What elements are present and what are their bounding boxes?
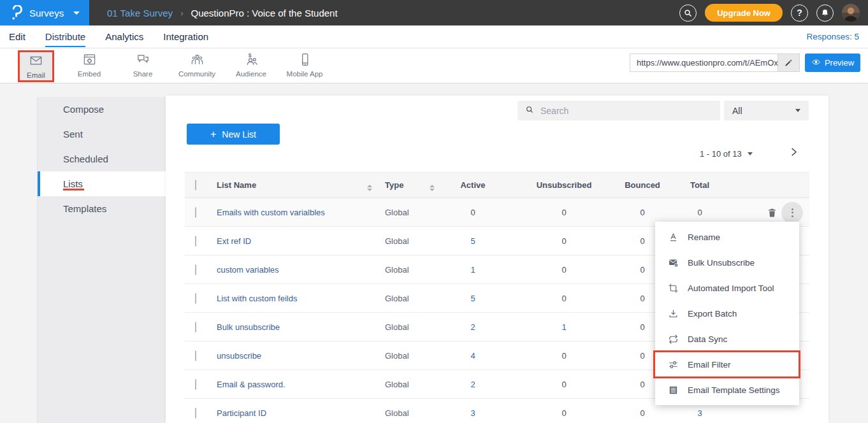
pencil-icon[interactable] xyxy=(778,54,799,71)
chevron-right-icon[interactable] xyxy=(788,147,804,162)
row-checkbox[interactable] xyxy=(195,236,196,247)
active-count[interactable]: 3 xyxy=(442,408,503,418)
tab-edit[interactable]: Edit xyxy=(9,31,25,42)
bounced-count: 0 xyxy=(625,208,660,217)
audience-icon: $ xyxy=(243,58,259,69)
menu-item-rename[interactable]: Rename xyxy=(655,224,799,250)
breadcrumb-survey-link[interactable]: 01 Take Survey xyxy=(107,8,173,18)
list-name-link[interactable]: unsubscribe xyxy=(210,351,357,361)
bell-icon[interactable] xyxy=(816,4,834,22)
tab-integration[interactable]: Integration xyxy=(163,31,208,42)
tab-distribute[interactable]: Distribute xyxy=(45,31,85,42)
list-filter-dropdown[interactable]: All xyxy=(724,101,809,120)
row-checkbox[interactable] xyxy=(195,207,196,218)
help-button[interactable]: ? xyxy=(791,4,808,22)
row-checkbox[interactable] xyxy=(195,350,196,361)
svg-text:$: $ xyxy=(248,52,251,59)
row-checkbox[interactable] xyxy=(195,264,196,275)
row-checkbox[interactable] xyxy=(195,379,196,390)
menu-item-automated-import-tool[interactable]: Automated Import Tool xyxy=(655,275,799,301)
menu-item-export-batch[interactable]: Export Batch xyxy=(655,301,799,326)
unsubscribed-count: 0 xyxy=(503,294,625,303)
row-checkbox[interactable] xyxy=(195,293,196,304)
surveys-product-switcher[interactable]: Surveys xyxy=(0,0,89,25)
menu-item-label: Bulk Unsubscribe xyxy=(688,258,755,268)
search-icon[interactable] xyxy=(679,4,697,22)
channel-label: Embed xyxy=(67,70,112,78)
sidebar-item-templates[interactable]: Templates xyxy=(38,196,166,221)
sort-column xyxy=(422,180,442,191)
survey-url-text[interactable]: https://www.questionpro.com/t/AEmOx2 xyxy=(630,54,778,71)
active-count[interactable]: 2 xyxy=(442,322,503,332)
channel-label: Share xyxy=(120,70,165,78)
total-count[interactable]: 3 xyxy=(660,408,739,418)
list-name-link[interactable]: Email & password. xyxy=(210,380,357,389)
channel-share[interactable]: Share xyxy=(120,52,165,78)
column-header-bounced: Bounced xyxy=(625,180,660,190)
user-avatar[interactable] xyxy=(842,4,860,22)
channel-audience[interactable]: $Audience xyxy=(229,52,273,78)
select-all-checkbox xyxy=(185,180,210,190)
menu-item-label: Automated Import Tool xyxy=(688,283,774,293)
kebab-menu-icon[interactable] xyxy=(781,202,803,224)
active-count[interactable]: 1 xyxy=(442,265,503,275)
mobile-app-icon xyxy=(297,58,313,69)
checkbox[interactable] xyxy=(195,180,196,190)
list-name-link[interactable]: List with custom feilds xyxy=(210,294,357,303)
menu-item-data-sync[interactable]: Data Sync xyxy=(655,326,799,352)
active-count[interactable]: 5 xyxy=(442,294,503,303)
menu-item-bulk-unsubscribe[interactable]: Bulk Unsubscribe xyxy=(655,250,799,275)
channel-mobile-app[interactable]: Mobile App xyxy=(282,52,327,78)
responses-count-link[interactable]: Responses: 5 xyxy=(806,32,859,41)
pagination[interactable]: 1 - 10 of 13 xyxy=(700,149,753,159)
community-icon xyxy=(189,58,205,69)
channel-community[interactable]: Community xyxy=(175,52,219,78)
unsubscribed-count[interactable]: 1 xyxy=(503,322,625,332)
list-type: Global xyxy=(382,208,422,217)
chevron-down-icon xyxy=(748,152,753,155)
active-count[interactable]: 4 xyxy=(442,351,503,361)
unsubscribed-count: 0 xyxy=(503,208,625,217)
bounced-count: 0 xyxy=(625,408,660,418)
topbar-actions: Upgrade Now ? xyxy=(679,4,868,22)
menu-item-email-filter[interactable]: Email Filter xyxy=(655,352,799,377)
column-header-list-name: List Name xyxy=(210,180,357,190)
list-name-link[interactable]: Bulk unsubscribe xyxy=(210,322,357,332)
email-sidebar: ComposeSentScheduledListsTemplates xyxy=(37,97,166,423)
new-list-button[interactable]: + New List xyxy=(187,124,280,145)
preview-button[interactable]: Preview xyxy=(805,54,860,72)
chevron-down-icon xyxy=(73,11,80,15)
active-count[interactable]: 2 xyxy=(442,380,503,389)
menu-item-email-template-settings[interactable]: Email Template Settings xyxy=(655,377,799,403)
sidebar-item-scheduled[interactable]: Scheduled xyxy=(38,147,166,171)
list-type: Global xyxy=(382,294,422,303)
channel-embed[interactable]: Embed xyxy=(67,52,112,78)
menu-item-label: Export Batch xyxy=(688,309,737,319)
active-count[interactable]: 5 xyxy=(442,236,503,246)
list-name-link[interactable]: Participant ID xyxy=(210,408,357,418)
survey-url-field[interactable]: https://www.questionpro.com/t/AEmOx2 xyxy=(630,54,800,72)
tab-analytics[interactable]: Analytics xyxy=(105,31,143,42)
pagination-range: 1 - 10 of 13 xyxy=(700,149,742,159)
channel-email[interactable]: Email xyxy=(18,50,54,82)
row-checkbox[interactable] xyxy=(195,408,196,419)
list-name-link[interactable]: Ext ref ID xyxy=(210,236,357,246)
unsubscribed-count: 0 xyxy=(503,408,625,418)
sidebar-item-sent[interactable]: Sent xyxy=(38,122,166,147)
sort-icon[interactable] xyxy=(357,185,382,191)
row-checkbox[interactable] xyxy=(195,322,196,333)
list-actions-menu: RenameBulk UnsubscribeAutomated Import T… xyxy=(655,222,799,405)
eye-icon xyxy=(811,57,821,69)
upgrade-now-button[interactable]: Upgrade Now xyxy=(705,4,783,22)
sidebar-item-label: Templates xyxy=(63,203,106,214)
export-batch-icon xyxy=(668,308,679,319)
sort-icon[interactable] xyxy=(422,185,442,191)
list-name-link[interactable]: custom variables xyxy=(210,265,357,275)
sidebar-item-lists[interactable]: Lists xyxy=(38,171,166,196)
sidebar-item-compose[interactable]: Compose xyxy=(38,97,166,122)
page-title: QuestionPro : Voice of the Student xyxy=(191,8,337,18)
list-name-link[interactable]: Emails with custom varialbles xyxy=(210,208,357,217)
list-search-input[interactable]: Search xyxy=(517,101,720,120)
trash-icon[interactable] xyxy=(767,207,778,219)
sort-column xyxy=(357,180,382,191)
